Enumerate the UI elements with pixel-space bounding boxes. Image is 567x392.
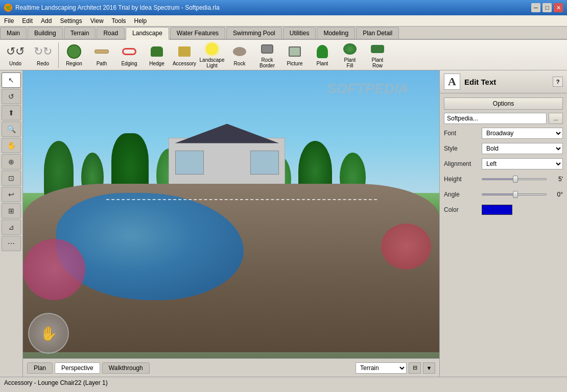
redo-label: Redo [37,61,49,66]
angle-row: Angle 0° [444,188,563,201]
rock-button[interactable]: Rock [226,41,253,69]
font-select[interactable]: Broadway Arial Times New Roman [482,128,563,139]
grid-button[interactable]: ⊞ [2,203,21,218]
accessory-icon [176,43,193,60]
pan-up-button[interactable]: ⬆ [2,105,21,120]
landscape-light-button[interactable]: Landscape Light [199,41,225,69]
plant-row-label: Plant Row [372,57,384,68]
hedge-label: Hedge [149,61,164,66]
rock-label: Rock [234,61,246,66]
path-label: Path [97,61,107,66]
alignment-row: Alignment Left Center Right [444,158,563,170]
edging-label: Edging [121,61,137,66]
panel-help-button[interactable]: ? [553,77,563,87]
picture-button[interactable]: Picture [281,41,308,69]
edging-icon [121,43,137,60]
hand-icon: ✋ [40,325,58,342]
rotate-button[interactable]: ↩ [2,187,21,202]
plant-button[interactable]: Plant [309,41,336,69]
edging-button[interactable]: Edging [116,41,143,69]
tab-main[interactable]: Main [0,27,27,39]
color-control [482,205,563,215]
redo-button[interactable]: ↻ Redo [30,41,56,69]
angle-control: 0° [482,191,563,198]
rock-border-icon [259,42,275,56]
angle-value: 0° [549,191,563,198]
region-icon [66,43,82,60]
undo-icon: ↺ [7,43,23,60]
plant-row-icon [369,42,386,56]
undo-button[interactable]: ↺ Undo [2,41,29,69]
menu-file[interactable]: File [0,15,18,26]
region-button[interactable]: Region [61,41,87,69]
rock-border-button[interactable]: Rock Border [254,41,280,69]
tab-landscape[interactable]: Landscape [126,27,169,40]
text-input-field[interactable] [444,113,547,124]
hedge-button[interactable]: Hedge [144,41,170,69]
height-slider[interactable] [482,178,547,180]
menu-view[interactable]: View [86,15,108,26]
3d-scene: SOFTPEDIA ✋ [23,70,439,377]
close-button[interactable]: ✕ [554,3,563,12]
tab-modeling[interactable]: Modeling [317,27,355,39]
alignment-select[interactable]: Left Center Right [482,158,563,169]
titlebar: 🌿 Realtime Landscaping Architect 2016 Tr… [0,0,567,15]
view-layers-button[interactable]: ⊟ [409,362,421,374]
hedge-icon [149,43,165,60]
tab-utilities[interactable]: Utilities [283,27,316,39]
angle-label: Angle [444,191,480,198]
height-row: Height 5' [444,173,563,185]
tab-water-features[interactable]: Water Features [170,27,225,39]
plant-label: Plant [317,61,328,66]
zoom-in-button[interactable]: ⊕ [2,154,21,169]
tab-building[interactable]: Building [28,27,63,39]
tab-swimming-pool[interactable]: Swimming Pool [226,27,282,39]
more-tools-button[interactable]: ⋯ [2,236,21,251]
zoom-out-button[interactable]: 🔍 [2,121,21,137]
menu-add[interactable]: Add [37,15,56,26]
panel-header: A Edit Text ? [440,70,567,93]
minimize-button[interactable]: ─ [531,3,540,12]
height-control: 5' [482,176,563,183]
viewport[interactable]: SOFTPEDIA ✋ Plan Perspective Walkthrough… [23,70,439,377]
path-button[interactable]: Path [88,41,115,69]
browse-button[interactable]: ... [549,113,563,124]
text-input-row: ... [444,113,563,124]
color-swatch[interactable] [482,205,512,215]
tab-road[interactable]: Road [97,27,125,39]
accessory-button[interactable]: Accessory [171,41,198,69]
view-tab-plan[interactable]: Plan [27,362,53,374]
menu-tools[interactable]: Tools [108,15,130,26]
view-tab-perspective[interactable]: Perspective [55,362,100,374]
tab-plan-detail[interactable]: Plan Detail [356,27,399,39]
landscape-light-icon [204,42,220,56]
main-tabs: Main Building Terrain Road Landscape Wat… [0,27,567,40]
menu-help[interactable]: Help [130,15,151,26]
plant-fill-button[interactable]: Plant Fill [337,41,363,69]
view-dropdown-button[interactable]: ▼ [423,362,435,374]
select-tool-button[interactable]: ↖ [2,72,21,88]
maximize-button[interactable]: □ [542,3,552,12]
tab-terrain[interactable]: Terrain [64,27,96,39]
font-control: Broadway Arial Times New Roman [482,128,563,139]
flowers-right [381,224,431,270]
hand-tool-button[interactable]: ✋ [2,138,21,153]
view-tab-walkthrough[interactable]: Walkthrough [102,362,150,374]
undo-left-button[interactable]: ↺ [2,89,21,104]
style-select[interactable]: Bold Regular Italic Bold Italic [482,143,563,154]
style-label: Style [444,145,480,152]
path-icon [93,43,110,60]
snap-button[interactable]: ⊿ [2,219,21,235]
menu-edit[interactable]: Edit [18,15,37,26]
plant-fill-icon [342,42,358,56]
zoom-fit-button[interactable]: ⊡ [2,170,21,186]
font-label: Font [444,130,480,137]
plant-row-button[interactable]: Plant Row [364,41,391,69]
landscape-light-label: Landscape Light [200,57,225,68]
alignment-label: Alignment [444,160,480,167]
compass-widget: ✋ [28,313,69,354]
angle-slider[interactable] [482,193,547,195]
menu-settings[interactable]: Settings [56,15,86,26]
terrain-select[interactable]: Terrain Region Road [356,362,407,374]
options-button[interactable]: Options [444,97,563,110]
